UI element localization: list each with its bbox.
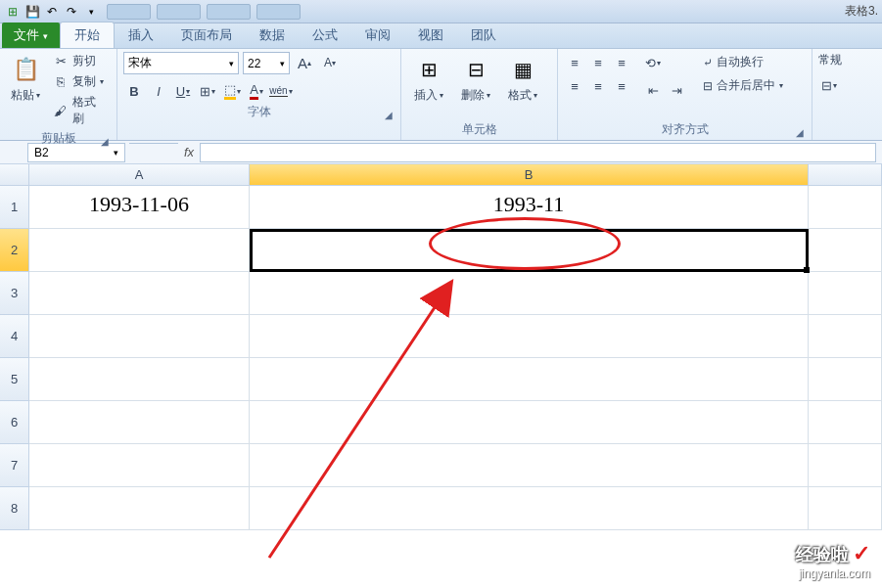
cell-b7[interactable] <box>250 444 809 487</box>
cut-button[interactable]: ✂剪切 <box>49 52 111 70</box>
delete-cell-button[interactable]: ⊟ 删除▾ <box>454 52 497 106</box>
cell-c2[interactable] <box>809 229 882 272</box>
tab-team[interactable]: 团队 <box>457 23 510 48</box>
orientation-button[interactable]: ⟲▾ <box>642 52 664 73</box>
excel-icon: ⊞ <box>4 3 22 21</box>
alignment-label: 对齐方式 <box>662 122 709 136</box>
row-header-1[interactable]: 1 <box>0 186 29 229</box>
row-header-8[interactable]: 8 <box>0 487 29 530</box>
cell-b8[interactable] <box>250 487 809 530</box>
undo-icon[interactable]: ↶ <box>43 3 61 21</box>
col-header-a[interactable]: A <box>29 164 250 186</box>
window-tab-3[interactable] <box>207 4 251 20</box>
cell-a7[interactable] <box>29 444 250 487</box>
tab-file[interactable]: 文件▾ <box>2 23 60 48</box>
clipboard-launcher[interactable]: ◢ <box>101 136 109 147</box>
cell-b2[interactable] <box>250 229 809 272</box>
align-right-button[interactable]: ≡ <box>611 75 632 97</box>
row-header-7[interactable]: 7 <box>0 444 29 487</box>
insert-cell-button[interactable]: ⊞ 插入▾ <box>407 52 450 106</box>
decrease-indent-button[interactable]: ⇤ <box>642 79 664 101</box>
ribbon-tabs: 文件▾ 开始 插入 页面布局 数据 公式 审阅 视图 团队 <box>0 23 882 49</box>
wrap-text-button[interactable]: ⤶自动换行 <box>699 52 787 72</box>
row-header-6[interactable]: 6 <box>0 401 29 444</box>
font-launcher[interactable]: ◢ <box>385 110 393 120</box>
group-number: 常规 ⊟▾ <box>812 49 871 140</box>
cell-c6[interactable] <box>809 401 882 444</box>
group-alignment: ≡ ≡ ≡ ≡ ≡ ≡ ⟲▾ ⇤ ⇥ ⤶自动换行 ⊟合并后居中 <box>558 49 812 140</box>
cell-b5[interactable] <box>250 358 809 401</box>
fill-color-button[interactable]: ⬚▾ <box>221 80 243 102</box>
copy-icon: ⎘ <box>53 74 69 90</box>
underline-button[interactable]: U▾ <box>172 80 194 102</box>
spreadsheet: A B 1 1993-11-06 1993-11 2 3 4 5 6 7 8 <box>0 164 882 530</box>
tab-view[interactable]: 视图 <box>404 23 457 48</box>
cell-b4[interactable] <box>250 315 809 358</box>
cell-a1[interactable]: 1993-11-06 <box>29 186 250 229</box>
align-bottom-button[interactable]: ≡ <box>611 52 632 73</box>
redo-icon[interactable]: ↷ <box>63 3 80 21</box>
tab-data[interactable]: 数据 <box>246 23 299 48</box>
format-cell-button[interactable]: ▦ 格式▾ <box>501 52 544 106</box>
border-button[interactable]: ⊞▾ <box>197 80 218 102</box>
cell-a3[interactable] <box>29 272 250 315</box>
cell-a2[interactable] <box>29 229 250 272</box>
cell-c8[interactable] <box>809 487 882 530</box>
window-tab-1[interactable] <box>107 4 151 20</box>
row-header-5[interactable]: 5 <box>0 358 29 401</box>
increase-indent-button[interactable]: ⇥ <box>666 79 687 101</box>
cell-c3[interactable] <box>809 272 882 315</box>
align-top-button[interactable]: ≡ <box>564 52 585 73</box>
select-all-corner[interactable] <box>0 164 29 186</box>
tab-review[interactable]: 审阅 <box>351 23 404 48</box>
cell-a8[interactable] <box>29 487 250 530</box>
row-header-3[interactable]: 3 <box>0 272 29 315</box>
align-center-button[interactable]: ≡ <box>587 75 609 97</box>
col-header-rest[interactable] <box>809 164 882 186</box>
cell-b1[interactable]: 1993-11 <box>250 186 809 229</box>
phonetic-button[interactable]: wén▾ <box>270 80 292 102</box>
formula-input[interactable] <box>200 143 876 162</box>
cell-a6[interactable] <box>29 401 250 444</box>
col-header-b[interactable]: B <box>250 164 809 186</box>
decrease-font-button[interactable]: A▾ <box>319 52 341 73</box>
alignment-launcher[interactable]: ◢ <box>796 127 804 138</box>
ribbon: 📋 粘贴▾ ✂剪切 ⎘复制▾ 🖌格式刷 剪贴板◢ 宋体▾ 22▾ A▴ A▾ B… <box>0 49 882 141</box>
window-tab-2[interactable] <box>157 4 201 20</box>
cell-b3[interactable] <box>250 272 809 315</box>
increase-font-button[interactable]: A▴ <box>294 52 315 73</box>
font-color-button[interactable]: A▾ <box>246 80 267 102</box>
tab-layout[interactable]: 页面布局 <box>167 23 246 48</box>
align-middle-button[interactable]: ≡ <box>587 52 609 73</box>
paste-button[interactable]: 📋 粘贴▾ <box>6 52 45 106</box>
tab-home[interactable]: 开始 <box>60 22 115 48</box>
window-tab-4[interactable] <box>256 4 301 20</box>
format-painter-button[interactable]: 🖌格式刷 <box>49 93 111 128</box>
cell-c7[interactable] <box>809 444 882 487</box>
cell-b6[interactable] <box>250 401 809 444</box>
italic-button[interactable]: I <box>148 80 169 102</box>
font-size-select[interactable]: 22▾ <box>243 52 290 74</box>
group-cells: ⊞ 插入▾ ⊟ 删除▾ ▦ 格式▾ 单元格 <box>401 49 558 140</box>
number-format-button[interactable]: ⊟▾ <box>818 74 840 96</box>
cell-a4[interactable] <box>29 315 250 358</box>
tab-formula[interactable]: 公式 <box>299 23 351 48</box>
row-header-4[interactable]: 4 <box>0 315 29 358</box>
cell-c5[interactable] <box>809 358 882 401</box>
bold-button[interactable]: B <box>123 80 145 102</box>
copy-button[interactable]: ⎘复制▾ <box>49 72 111 91</box>
cell-c4[interactable] <box>809 315 882 358</box>
font-name-select[interactable]: 宋体▾ <box>123 52 239 74</box>
align-left-button[interactable]: ≡ <box>564 75 585 97</box>
cells-label: 单元格 <box>407 119 551 140</box>
tab-insert[interactable]: 插入 <box>115 23 167 48</box>
save-icon[interactable]: 💾 <box>23 3 41 21</box>
merge-center-button[interactable]: ⊟合并后居中▾ <box>699 75 787 96</box>
formula-bar: B2▾ fx <box>0 141 882 164</box>
brush-icon: 🖌 <box>53 103 69 118</box>
fx-label[interactable]: fx <box>184 145 194 159</box>
cell-c1[interactable] <box>809 186 882 229</box>
cell-a5[interactable] <box>29 358 250 401</box>
row-header-2[interactable]: 2 <box>0 229 29 272</box>
qat-dropdown-icon[interactable]: ▾ <box>82 3 100 21</box>
